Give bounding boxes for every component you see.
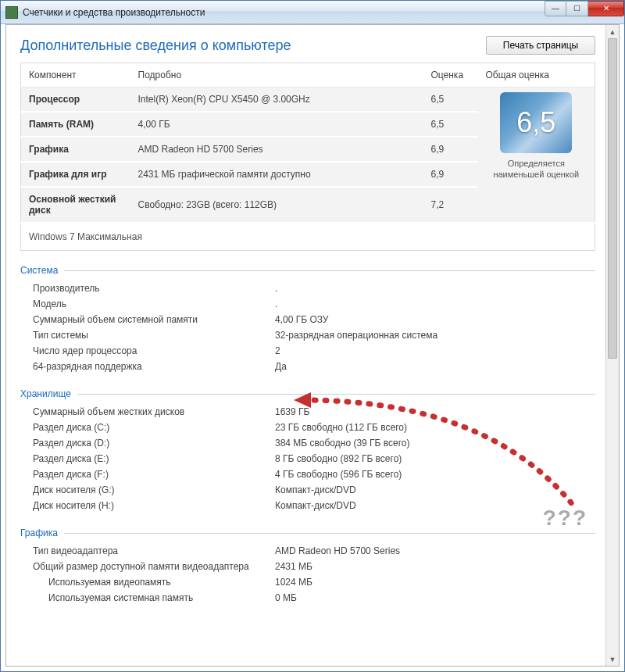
base-score-caption: Определяется наименьшей оценкой (486, 158, 588, 181)
wei-score-table: Компонент Подробно Оценка Общая оценка П… (20, 63, 595, 251)
row-label: Процессор (21, 88, 130, 113)
kv-key: Тип системы (33, 330, 275, 341)
wei-badge-icon: 6,5 (500, 92, 572, 153)
kv-row: Используемая видеопамять1024 МБ (20, 574, 595, 590)
scroll-thumb[interactable] (608, 38, 617, 359)
kv-value: . (275, 283, 277, 294)
kv-row: Тип видеоадаптераAMD Radeon HD 5700 Seri… (20, 543, 595, 559)
kv-key: Тип видеоадаптера (33, 545, 275, 556)
kv-row: 64-разрядная поддержкаДа (20, 359, 595, 374)
kv-key: Производитель (33, 283, 275, 294)
window-frame: Счетчики и средства производительности —… (0, 0, 625, 672)
os-row: Windows 7 Максимальная (21, 223, 595, 251)
col-component: Компонент (21, 63, 130, 88)
kv-key: Диск носителя (G:) (33, 484, 275, 495)
section-title-graphics: Графика (20, 527, 595, 538)
kv-value: 0 МБ (275, 592, 297, 603)
kv-key: Суммарный объем системной памяти (33, 314, 275, 325)
window-title: Счетчики и средства производительности (23, 7, 545, 18)
vertical-scrollbar[interactable]: ▲ ▼ (605, 25, 619, 666)
kv-row: Раздел диска (C:)23 ГБ свободно (112 ГБ … (20, 420, 595, 435)
minimize-button[interactable]: — (545, 1, 566, 16)
kv-row: Производитель. (20, 281, 595, 296)
table-row: Процессор Intel(R) Xeon(R) CPU X5450 @ 3… (21, 88, 595, 113)
kv-row: Тип системы32-разрядная операционная сис… (20, 327, 595, 343)
titlebar[interactable]: Счетчики и средства производительности —… (1, 1, 624, 24)
kv-value: 2431 МБ (275, 561, 312, 572)
kv-key: Используемая видеопамять (48, 577, 275, 588)
header-row: Дополнительные сведения о компьютере Печ… (20, 36, 595, 55)
kv-key: Раздел диска (F:) (33, 469, 275, 480)
kv-row: Общий размер доступной памяти видеоадапт… (20, 559, 595, 574)
kv-value: 8 ГБ свободно (892 ГБ всего) (275, 453, 402, 464)
kv-row: Раздел диска (F:)4 ГБ свободно (596 ГБ в… (20, 466, 595, 482)
window-controls: — ☐ ✕ (545, 1, 624, 16)
kv-value: 23 ГБ свободно (112 ГБ всего) (275, 422, 407, 433)
col-base: Общая оценка (478, 63, 595, 88)
col-detail: Подробно (130, 63, 423, 88)
section-title-storage: Хранилище (20, 388, 595, 399)
kv-key: Модель (33, 298, 275, 309)
kv-value: 2 (275, 345, 280, 356)
scroll-up-arrow-icon[interactable]: ▲ (606, 25, 619, 38)
kv-value: . (275, 298, 277, 309)
kv-value: 4 ГБ свободно (596 ГБ всего) (275, 469, 402, 480)
app-icon (5, 6, 18, 19)
section-storage: Хранилище Суммарный объем жестких дисков… (20, 388, 595, 513)
kv-value: Да (275, 361, 287, 372)
row-score: 6,5 (423, 88, 478, 113)
kv-value: Компакт-диск/DVD (275, 500, 356, 511)
kv-key: Общий размер доступной памяти видеоадапт… (33, 561, 275, 572)
kv-key: Диск носителя (H:) (33, 500, 275, 511)
kv-value: 1639 ГБ (275, 406, 309, 417)
content-frame: ▲ ▼ Дополнительные сведения о компьютере… (5, 24, 620, 667)
kv-value: 4,00 ГБ ОЗУ (275, 314, 328, 325)
print-page-button[interactable]: Печать страницы (486, 36, 595, 55)
kv-row: Модель. (20, 296, 595, 312)
kv-value: 1024 МБ (275, 577, 312, 588)
kv-key: Раздел диска (D:) (33, 438, 275, 449)
kv-row: Число ядер процессора2 (20, 343, 595, 359)
kv-row: Раздел диска (D:)384 МБ свободно (39 ГБ … (20, 435, 595, 451)
row-detail: Intel(R) Xeon(R) CPU X5450 @ 3.00GHz (130, 88, 423, 113)
section-graphics: Графика Тип видеоадаптераAMD Radeon HD 5… (20, 527, 595, 606)
kv-key: Раздел диска (E:) (33, 453, 275, 464)
kv-value: 32-разрядная операционная система (275, 330, 438, 341)
kv-row: Суммарный объем системной памяти4,00 ГБ … (20, 312, 595, 327)
content-area: Дополнительные сведения о компьютере Печ… (6, 25, 619, 666)
kv-value: 384 МБ свободно (39 ГБ всего) (275, 438, 409, 449)
maximize-button[interactable]: ☐ (566, 1, 588, 16)
kv-row: Суммарный объем жестких дисков1639 ГБ (20, 404, 595, 420)
kv-value: Компакт-диск/DVD (275, 484, 356, 495)
kv-key: Используемая системная память (48, 592, 275, 603)
page-title: Дополнительные сведения о компьютере (20, 38, 291, 54)
close-button[interactable]: ✕ (588, 1, 624, 16)
kv-key: 64-разрядная поддержка (33, 361, 275, 372)
base-score-cell: 6,5 Определяется наименьшей оценкой (478, 88, 595, 223)
kv-row: Диск носителя (H:)Компакт-диск/DVD (20, 498, 595, 513)
kv-row: Раздел диска (E:)8 ГБ свободно (892 ГБ в… (20, 451, 595, 466)
section-system: Система Производитель.Модель.Суммарный о… (20, 265, 595, 374)
section-title-system: Система (20, 265, 595, 276)
kv-row: Используемая системная память0 МБ (20, 590, 595, 606)
kv-value: AMD Radeon HD 5700 Series (275, 545, 400, 556)
scroll-down-arrow-icon[interactable]: ▼ (606, 652, 619, 666)
os-label: Windows 7 Максимальная (21, 223, 595, 251)
kv-key: Число ядер процессора (33, 345, 275, 356)
kv-key: Суммарный объем жестких дисков (33, 406, 275, 417)
kv-key: Раздел диска (C:) (33, 422, 275, 433)
col-score: Оценка (423, 63, 478, 88)
kv-row: Диск носителя (G:)Компакт-диск/DVD (20, 482, 595, 498)
base-score-value: 6,5 (516, 106, 555, 139)
